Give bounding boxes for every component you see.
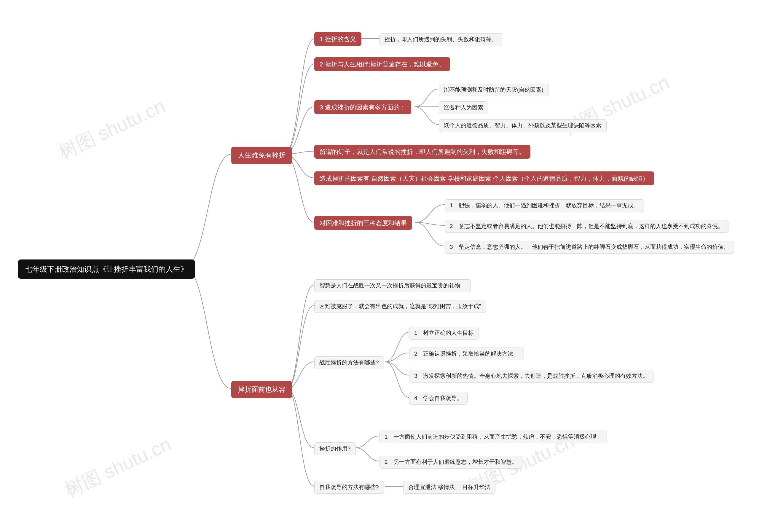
b2-n4[interactable]: 挫折的作用? bbox=[314, 442, 356, 455]
b1-n3-c1[interactable]: ⑴不能预测和及时防范的天灾(自然因素) bbox=[439, 84, 548, 96]
b2-n5[interactable]: 自我疏导的方法有哪些? bbox=[314, 481, 384, 494]
mindmap-canvas: 树图 shutu.cn 树图 shutu.cn 树图 shutu.cn 树图 s… bbox=[0, 0, 759, 532]
b2-n2[interactable]: 困难被克服了，就会有出色的成就，这就是"艰难困苦，玉汝于成" bbox=[314, 300, 486, 313]
b2-n3-c2[interactable]: 2 正确认识挫折，采取恰当的解决方法。 bbox=[409, 348, 524, 360]
b1-n3[interactable]: 3.造成挫折的因素有多方面的： bbox=[314, 100, 411, 114]
b1-n3-c3[interactable]: ⑶个人的道德品质、智力、体力、外貌以及某些生理缺陷等因素 bbox=[439, 119, 607, 132]
branch-2[interactable]: 挫折面前也从容 bbox=[231, 381, 292, 398]
b1-n6-c2[interactable]: 2 意志不坚定或者容易满足的人。他们也能拼搏一阵，但是不能坚持到底，这样的人也享… bbox=[445, 220, 729, 233]
b1-n6-c1[interactable]: 1 胆怯，懦弱的人。他们一遇到困难和挫折，就放弃目标，结果一事无成。 bbox=[445, 199, 644, 212]
b1-n1[interactable]: 1.挫折的含义 bbox=[314, 32, 361, 46]
b2-n4-c2[interactable]: 2 另一方面有利于人们磨练意志，增长才干和智慧。 bbox=[380, 456, 522, 469]
b2-n3[interactable]: 战胜挫折的方法有哪些? bbox=[314, 356, 384, 369]
b2-n3-c3[interactable]: 3 激发探索创新的热情。全身心地去探索，去创造，是战胜挫折，克服消极心理的有效方… bbox=[409, 370, 654, 383]
watermark: 树图 shutu.cn bbox=[60, 431, 175, 503]
b1-n4[interactable]: 所谓的钉子，就是人们常说的挫折，即人们所遇到的失利，失败和阻碍等。 bbox=[314, 145, 531, 159]
root-node[interactable]: 七年级下册政治知识点《让挫折丰富我们的人生》 bbox=[18, 260, 195, 279]
b1-n6[interactable]: 对困难和挫折的三种态度和结果 bbox=[314, 216, 412, 230]
b2-n1[interactable]: 智慧是人们在战胜一次又一次挫折后获得的最宝贵的礼物。 bbox=[314, 279, 471, 292]
b1-n1-child[interactable]: 挫折，即人们所遇到的失利、失败和阻碍等。 bbox=[380, 33, 502, 46]
b1-n6-c3[interactable]: 3 坚定信念，意志坚强的人。 他们善于把前进道路上的绊脚石变成垫脚石，从而获得成… bbox=[445, 241, 734, 254]
b2-n5-child[interactable]: 合理宣泄法 移情法 目标升华法 bbox=[403, 481, 496, 494]
b1-n3-c2[interactable]: ⑵各种人为因素 bbox=[439, 102, 488, 114]
b2-n4-c1[interactable]: 1 一方面使人们前进的步伐受到阻碍，从而产生忧愁，焦虑，不安，恐惧等消极心理。 bbox=[380, 430, 607, 443]
b2-n3-c4[interactable]: 4 学会自我疏导。 bbox=[409, 392, 467, 405]
b2-n3-c1[interactable]: 1 树立正确的人生目标 bbox=[409, 327, 479, 340]
b1-n5[interactable]: 造成挫折的因素有 自然因素（天灾）社会因素 学校和家庭因素 个人因素（个人的道德… bbox=[314, 171, 654, 185]
b1-n2[interactable]: 2.挫折与人生相伴;挫折普遍存在，难以避免。 bbox=[314, 57, 450, 71]
watermark: 树图 shutu.cn bbox=[54, 93, 169, 165]
branch-1[interactable]: 人生难免有挫折 bbox=[231, 147, 292, 164]
